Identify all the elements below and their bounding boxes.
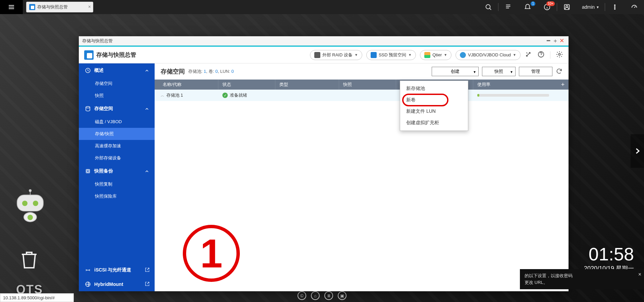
vjbod-icon (460, 52, 466, 58)
info-icon[interactable]: 10+ (537, 0, 557, 14)
notification-bell-icon[interactable]: 1 (518, 0, 537, 14)
settings-icon[interactable] (556, 51, 563, 59)
raid-icon (314, 52, 320, 58)
sidebar-item-overview-snapshot[interactable]: 快照 (79, 90, 155, 102)
close-button[interactable]: ✕ (558, 37, 565, 44)
expand-icon[interactable]: ︿ (161, 93, 164, 98)
page-title: 存储空间 (161, 67, 185, 76)
notification-popup: × 的以下设置，以接收密码 更改 URL。 (520, 269, 644, 289)
close-icon[interactable]: × (88, 4, 91, 9)
sidebar-item-external-storage[interactable]: 外部存储设备 (79, 152, 155, 164)
window-toolbar: 存储与快照总管 外部 RAID 设备 ▼ SSD 预留空间 ▼ Qtier ▼ … (79, 47, 569, 63)
dashboard-icon[interactable] (625, 0, 644, 14)
annotation-circle-1: 1 (183, 225, 240, 282)
topbar-right: 1 10+ admin ▼ (479, 0, 644, 14)
desktop-next-page[interactable] (631, 134, 644, 168)
sidebar-item-disks[interactable]: 磁盘 / VJBOD (79, 116, 155, 128)
status-ok-icon: ✓ (222, 93, 228, 98)
app-icon (29, 4, 35, 10)
os-topbar: 存储与快照总管 × 1 10+ admin ▼ (0, 0, 644, 14)
minimize-button[interactable]: ━ (545, 37, 552, 44)
user-icon[interactable] (557, 0, 577, 14)
col-type: 类型 (275, 80, 339, 90)
app-icon (84, 50, 94, 60)
usage-bar (477, 94, 549, 97)
storage-stats: 存储池: 1, 卷: 0, LUN: 0 (188, 68, 234, 74)
row-name: 存储池 1 (166, 92, 183, 98)
dd-new-lun[interactable]: 新建文件 LUN (400, 106, 468, 117)
qtier-button[interactable]: Qtier ▼ (420, 50, 451, 60)
maximize-button[interactable]: ＋ (552, 37, 558, 45)
footer-icon-2[interactable]: ⌂ (311, 291, 320, 300)
sidebar-item-snapshot-vault[interactable]: 快照保险库 (79, 190, 155, 202)
external-raid-button[interactable]: 外部 RAID 设备 ▼ (310, 50, 362, 60)
table-header: 名称/代称 状态 类型 快照 使用率 + (155, 80, 569, 90)
chevron-down-icon: ▼ (596, 5, 599, 9)
help-icon[interactable] (537, 51, 545, 59)
user-menu[interactable]: admin ▼ (577, 4, 605, 10)
popup-close-icon[interactable]: × (638, 270, 641, 279)
clock-time: 01:58 (584, 245, 634, 263)
col-name: 名称/代称 (155, 80, 218, 90)
sidebar-group-overview[interactable]: 概述 (79, 63, 155, 78)
footer-icon-3[interactable]: Ⅲ (324, 291, 333, 300)
dd-new-enclosure[interactable]: 创建虚拟扩充柜 (400, 117, 468, 129)
sidebar-group-storage[interactable]: 存储空间 (79, 102, 155, 116)
dd-new-pool[interactable]: 新存储池 (400, 83, 468, 94)
footer-icon-4[interactable]: ▣ (338, 291, 346, 300)
browser-status-bar: 10.138.1.89:5000/cgi-bin/# (0, 293, 74, 302)
vjbod-button[interactable]: VJBOD/VJBOD Cloud ▼ (455, 50, 521, 60)
svg-point-4 (614, 5, 615, 6)
username-label: admin (582, 4, 595, 10)
svg-point-6 (614, 8, 615, 9)
svg-point-5 (614, 7, 615, 8)
snapshot-button[interactable]: 快照▼ (482, 67, 516, 76)
sidebar: 概述 存储空间 快照 存储空间 磁盘 / VJBOD 存储/快照 高速缓存加速 … (79, 63, 155, 291)
storage-snapshot-window: 存储与快照总管 ━ ＋ ✕ 存储与快照总管 外部 RAID 设备 ▼ SSD 预… (79, 36, 569, 291)
window-titlebar[interactable]: 存储与快照总管 ━ ＋ ✕ (79, 36, 569, 46)
sidebar-link-iscsi[interactable]: iSCSI 与光纤通道 (79, 263, 155, 277)
sidebar-item-overview-storage[interactable]: 存储空间 (79, 78, 155, 90)
sidebar-item-cache[interactable]: 高速缓存加速 (79, 140, 155, 152)
col-status: 状态 (218, 80, 275, 90)
clock-widget: 01:58 2020/10/19 星期一 (584, 245, 634, 272)
svg-point-12 (87, 170, 89, 172)
info-badge: 10+ (546, 1, 555, 6)
app-tab[interactable]: 存储与快照总管 × (26, 2, 93, 12)
search-button[interactable] (479, 0, 498, 14)
svg-point-10 (86, 106, 90, 108)
app-title-block: 存储与快照总管 (84, 50, 136, 60)
col-snap: 快照 (339, 80, 396, 90)
ssd-icon (371, 52, 377, 58)
assistant-robot-icon[interactable] (13, 195, 47, 228)
more-icon[interactable] (605, 0, 625, 14)
ssd-overprovision-button[interactable]: SSD 预留空间 ▼ (366, 50, 416, 60)
app-title: 存储与快照总管 (96, 51, 136, 59)
dd-new-volume[interactable]: 新卷 (400, 94, 468, 106)
row-status: 准备就绪 (230, 92, 247, 98)
qtier-icon (424, 52, 430, 58)
wizard-icon[interactable] (525, 51, 532, 59)
menu-button[interactable] (0, 0, 23, 14)
table-row[interactable]: ︿ 存储池 1 ✓ 准备就绪 TB (155, 90, 569, 101)
footer-icon-1[interactable]: © (298, 291, 306, 300)
sidebar-group-snapshot-backup[interactable]: 快照备份 (79, 164, 155, 178)
create-dropdown: 新存储池 新卷 新建文件 LUN 创建虚拟扩充柜 (400, 81, 468, 131)
notification-badge: 1 (531, 1, 535, 6)
refresh-button[interactable] (556, 68, 562, 76)
svg-point-0 (486, 5, 490, 9)
app-tab-title: 存储与快照总管 (37, 4, 68, 10)
col-use: 使用率 (473, 80, 557, 90)
add-column-button[interactable]: + (557, 80, 569, 90)
sidebar-item-storage-snapshot[interactable]: 存储/快照 (79, 128, 155, 140)
window-title: 存储与快照总管 (82, 38, 113, 44)
sidebar-link-hybridmount[interactable]: HybridMount (79, 277, 155, 291)
create-button[interactable]: 创建▼ (432, 67, 479, 76)
recycle-bin-icon[interactable] (18, 248, 40, 271)
task-icon[interactable] (498, 0, 518, 14)
svg-point-8 (558, 53, 560, 55)
manage-button[interactable]: 管理 (519, 67, 552, 76)
sidebar-item-snapshot-replica[interactable]: 快照复制 (79, 178, 155, 190)
desktop-footer-icons: © ⌂ Ⅲ ▣ (298, 291, 346, 300)
